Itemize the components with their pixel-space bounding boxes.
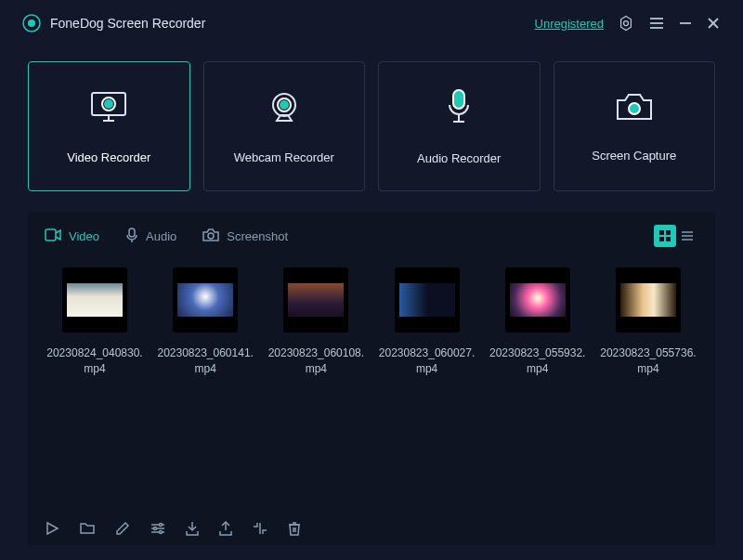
mode-label-capture: Screen Capture [592,149,676,163]
svg-rect-25 [129,228,135,237]
mode-card-webcam-recorder[interactable]: Webcam Recorder [203,61,366,191]
svg-point-21 [629,103,640,114]
mode-card-audio-recorder[interactable]: Audio Recorder [378,61,541,191]
titlebar-right: Unregistered [535,14,721,33]
svg-rect-18 [453,90,464,109]
app-logo-icon [22,14,41,33]
list-view-button[interactable] [676,225,698,247]
mode-label-audio: Audio Recorder [417,151,501,165]
settings-button[interactable] [617,14,635,33]
import-button[interactable] [186,521,199,536]
tab-audio-label: Audio [146,229,176,243]
tab-video-label: Video [69,229,99,243]
microphone-icon [444,88,474,131]
grid-view-button[interactable] [654,225,676,247]
thumbnail-grid: 20230824_040830.mp4 20230823_060141.mp4 … [45,267,698,377]
mode-card-video-recorder[interactable]: Video Recorder [28,61,190,191]
file-name: 20230823_060108.mp4 [266,345,366,377]
video-tab-icon [45,228,61,244]
convert-button[interactable] [253,521,267,536]
file-name: 20230823_060027.mp4 [377,345,477,377]
play-button[interactable] [45,521,59,536]
camera-icon [614,91,655,128]
export-button[interactable] [219,521,232,536]
file-item[interactable]: 20230823_055932.mp4 [488,267,588,377]
thumbnail [62,267,127,332]
adjust-button[interactable] [150,521,165,536]
svg-point-39 [160,524,163,527]
file-item[interactable]: 20230824_040830.mp4 [45,267,145,377]
minimize-button[interactable] [678,16,693,31]
thumbnail [616,267,681,332]
svg-point-16 [280,100,289,110]
svg-point-13 [104,99,113,109]
open-folder-button[interactable] [80,521,95,536]
tab-screenshot[interactable]: Screenshot [202,228,288,244]
monitor-record-icon [86,89,131,130]
svg-point-40 [154,527,157,530]
app-title: FoneDog Screen Recorder [50,16,205,31]
recordings-panel: Video Audio Screenshot [28,212,715,545]
panel-toolbar [45,512,698,536]
menu-button[interactable] [648,15,665,32]
close-button[interactable] [706,16,721,31]
svg-rect-29 [666,230,671,235]
panel-tabs: Video Audio Screenshot [45,225,698,247]
webcam-icon [266,89,303,130]
thumbnail [173,267,238,332]
file-name: 20230824_040830.mp4 [45,345,145,377]
audio-tab-icon [125,228,138,245]
delete-button[interactable] [288,521,301,536]
svg-marker-2 [621,17,632,31]
file-name: 20230823_060141.mp4 [155,345,255,377]
app-window: FoneDog Screen Recorder Unregistered Vid… [0,0,743,560]
file-item[interactable]: 20230823_060141.mp4 [155,267,255,377]
titlebar-left: FoneDog Screen Recorder [22,14,205,33]
file-item[interactable]: 20230823_060027.mp4 [377,267,477,377]
file-item[interactable]: 20230823_055736.mp4 [598,267,698,377]
tab-audio[interactable]: Audio [125,228,176,245]
mode-row: Video Recorder Webcam Recorder Audio Rec… [0,46,743,199]
svg-point-41 [160,531,163,534]
file-item[interactable]: 20230823_060108.mp4 [266,267,366,377]
thumbnail [505,267,570,332]
svg-rect-24 [46,229,56,241]
svg-rect-28 [659,230,664,235]
screenshot-tab-icon [202,228,219,244]
svg-point-3 [624,21,629,26]
edit-button[interactable] [115,521,130,536]
mode-label-webcam: Webcam Recorder [234,150,334,164]
tab-screenshot-label: Screenshot [227,229,288,243]
svg-rect-30 [659,237,664,241]
file-name: 20230823_055736.mp4 [598,345,698,377]
svg-point-27 [208,233,214,239]
tab-video[interactable]: Video [45,228,99,244]
titlebar: FoneDog Screen Recorder Unregistered [0,0,743,46]
svg-point-1 [28,20,35,27]
svg-marker-35 [47,523,58,534]
mode-card-screen-capture[interactable]: Screen Capture [554,61,716,191]
thumbnail [283,267,348,332]
file-name: 20230823_055932.mp4 [488,345,588,377]
mode-label-video: Video Recorder [67,150,150,164]
thumbnail [395,267,460,332]
unregistered-link[interactable]: Unregistered [535,17,604,31]
svg-rect-31 [666,237,671,241]
view-toggle [654,225,698,247]
